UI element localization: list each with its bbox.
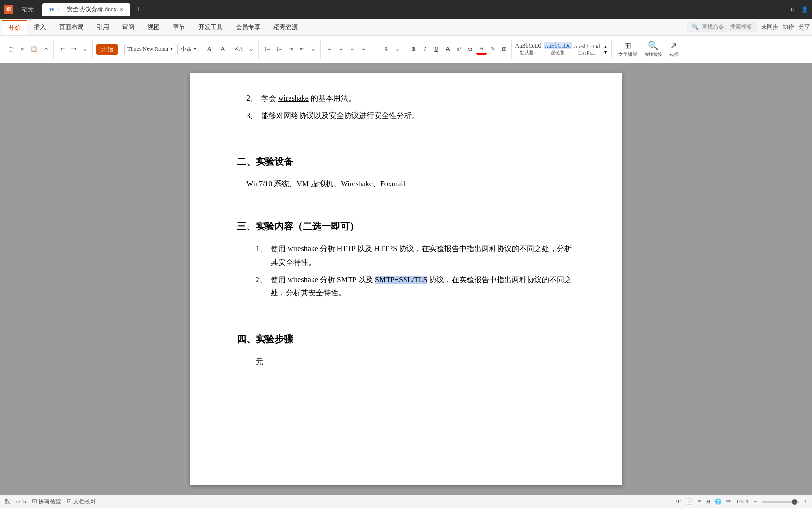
style-hyperlink-label: 超链接 (551, 49, 565, 56)
italic-btn[interactable]: I (420, 44, 430, 55)
bullet-list-btn[interactable]: ⁞≡ (263, 44, 273, 55)
item-text: 使用 wireshake 分析 SMTP 以及 SMTP+SSL/TLS 协议，… (271, 273, 575, 301)
list-item-3: 3、 能够对网络协议以及安全协议进行安全性分析。 (237, 109, 575, 123)
new-tab-button[interactable]: + (136, 5, 141, 15)
indent-decrease-btn[interactable]: ⇤ (297, 44, 307, 55)
style-scroll[interactable]: ▲ ▼ (602, 44, 609, 55)
edit-icon[interactable]: ✏ (726, 498, 731, 505)
format-painter-btn[interactable]: ⬚ (6, 44, 16, 55)
more-undo-btn[interactable]: ⌄ (80, 44, 90, 55)
tab-reference[interactable]: 引用 (90, 20, 116, 34)
doc-check[interactable]: ☑ 文档校对 (67, 498, 96, 506)
tab-resources[interactable]: 稻壳资源 (267, 20, 304, 34)
cut-btn[interactable]: ✂ (41, 44, 51, 55)
unsync-button[interactable]: 未同步 (761, 23, 778, 31)
find-replace-label: 查找替换 (644, 51, 663, 58)
section4-heading: 四、实验步骤 (237, 331, 575, 348)
font-family-selector[interactable]: Times New Roma ▾ (124, 44, 176, 55)
user-avatar[interactable]: 👤 (801, 6, 808, 13)
item-num: 2、 (256, 273, 267, 301)
toolbar-undo: ↩ ↪ ⌄ (55, 40, 93, 59)
highlight-btn[interactable]: ✎ (488, 44, 498, 55)
redo-btn[interactable]: ↪ (69, 44, 79, 55)
start-mode-btn[interactable]: 开始 (96, 44, 118, 55)
active-tab[interactable]: W 1、安全协议分析.docx ✕ (42, 3, 130, 16)
border-btn[interactable]: ⊞ (499, 44, 509, 55)
tab-insert[interactable]: 插入 (27, 20, 53, 34)
tab-dev-tools[interactable]: 开发工具 (192, 20, 229, 34)
doc-view-icon[interactable]: 📄 (686, 498, 693, 505)
clear-format-btn[interactable]: ✕A (232, 44, 245, 55)
toolbar: ⬚ ⎘ 📋 ✂ ↩ ↪ ⌄ 开始 Times New Roma ▾ 小四 ▾ A… (0, 36, 812, 63)
chevron-down-icon: ▾ (170, 46, 173, 53)
style-hyperlink-preview: AaBbCcDd (544, 42, 572, 49)
toolbar-start-mode: 开始 (94, 40, 120, 59)
font-size-selector[interactable]: 小四 ▾ (177, 44, 203, 55)
tab-close-button[interactable]: ✕ (119, 7, 124, 13)
align-right-btn[interactable]: ≡ (347, 44, 358, 55)
zoom-thumb (792, 499, 797, 505)
ribbon-tab-bar: 开始 插入 页面布局 引用 审阅 视图 章节 开发工具 会员专享 稻壳资源 🔍 … (0, 19, 812, 36)
document-page: 2、 学会 wireshake 的基本用法。 3、 能够对网络协议以及安全协议进… (190, 73, 622, 485)
collab-button[interactable]: 协作 (783, 23, 794, 31)
item-text: 能够对网络协议以及安全协议进行安全性分析。 (261, 109, 419, 123)
spell-check[interactable]: ☑ 拼写检查 (32, 498, 61, 506)
share-button[interactable]: 分享 (799, 23, 810, 31)
draft-label[interactable]: 稻壳 (17, 4, 39, 15)
eye-icon[interactable]: 👁 (676, 498, 681, 505)
tab-label: 1、安全协议分析.docx (57, 5, 117, 14)
tab-vip[interactable]: 会员专享 (229, 20, 267, 34)
tab-review[interactable]: 审阅 (116, 20, 141, 34)
document-content: 2、 学会 wireshake 的基本用法。 3、 能够对网络协议以及安全协议进… (237, 92, 575, 369)
item-num: 1、 (256, 242, 267, 270)
font-size-down-btn[interactable]: A⁻ (218, 44, 231, 55)
tab-chapter[interactable]: 章节 (166, 20, 192, 34)
style-list[interactable]: AaBbCcDd List Pa... (574, 43, 600, 56)
undo-btn[interactable]: ↩ (57, 44, 68, 55)
style-default[interactable]: AaBbCcDd 默认格... (515, 42, 542, 56)
font-color-btn[interactable]: A (476, 44, 487, 55)
ribbon-actions: 未同步 协作 分享 (761, 23, 810, 31)
more-format-btn[interactable]: ⌄ (246, 44, 257, 55)
bold-btn[interactable]: B (409, 44, 419, 55)
outline-icon[interactable]: ≡ (698, 498, 701, 505)
section2-body: Win7/10 系统、VM 虚拟机、Wireshake、Foxmail (237, 177, 575, 191)
numbered-list-btn[interactable]: 1≡ (274, 44, 285, 55)
align-left-btn[interactable]: ≡ (325, 44, 335, 55)
tab-view[interactable]: 视图 (141, 20, 166, 34)
more-list-btn[interactable]: ⌄ (308, 44, 319, 55)
style-hyperlink[interactable]: AaBbCcDd 超链接 (544, 42, 572, 56)
select-btn[interactable]: ↗ 选择 (666, 39, 681, 59)
ribbon: 开始 插入 页面布局 引用 审阅 视图 章节 开发工具 会员专享 稻壳资源 🔍 … (0, 19, 812, 64)
text-layout-label: 文字排版 (618, 51, 637, 58)
subscript-btn[interactable]: x₂ (465, 44, 476, 55)
zoom-out-btn[interactable]: − (754, 498, 757, 505)
tab-start[interactable]: 开始 (2, 20, 27, 35)
language-icon[interactable]: 🌐 (715, 498, 722, 505)
para-spacing-btn[interactable]: ⇕ (381, 44, 391, 55)
window-icon-btn[interactable]: ⊡ (791, 6, 796, 13)
search-icon: 🔍 (692, 24, 699, 31)
split-icon[interactable]: ⊞ (705, 498, 710, 505)
paste-btn[interactable]: 📋 (28, 44, 40, 55)
font-size-up-btn[interactable]: A⁺ (204, 44, 217, 55)
tab-doc-icon: W (49, 6, 55, 13)
ribbon-search-box[interactable]: 🔍 查找命令、搜索模板 (687, 22, 757, 32)
zoom-slider[interactable] (762, 501, 799, 503)
line-spacing-btn[interactable]: ↕ (370, 44, 380, 55)
more-align-btn[interactable]: ⌄ (392, 44, 403, 55)
align-center-btn[interactable]: ≡ (336, 44, 346, 55)
wireshake-link2: Wireshake (341, 180, 373, 188)
find-replace-btn[interactable]: 🔍 查找替换 (641, 39, 665, 59)
item-text: 使用 wireshake 分析 HTTP 以及 HTTPS 协议，在实验报告中指… (271, 242, 575, 270)
copy-btn[interactable]: ⎘ (17, 44, 27, 55)
zoom-in-btn[interactable]: + (804, 498, 807, 505)
indent-increase-btn[interactable]: ⇥ (286, 44, 296, 55)
toolbar-text-format: B I U A̶ x² x₂ A ✎ ⊞ (407, 40, 512, 59)
underline-btn[interactable]: U (431, 44, 442, 55)
strikethrough-btn[interactable]: A̶ (443, 44, 453, 55)
text-layout-btn[interactable]: ⊞ 文字排版 (616, 39, 640, 59)
align-justify-btn[interactable]: ≡ (359, 44, 369, 55)
tab-page-layout[interactable]: 页面布局 (53, 20, 90, 34)
superscript-btn[interactable]: x² (454, 44, 464, 55)
